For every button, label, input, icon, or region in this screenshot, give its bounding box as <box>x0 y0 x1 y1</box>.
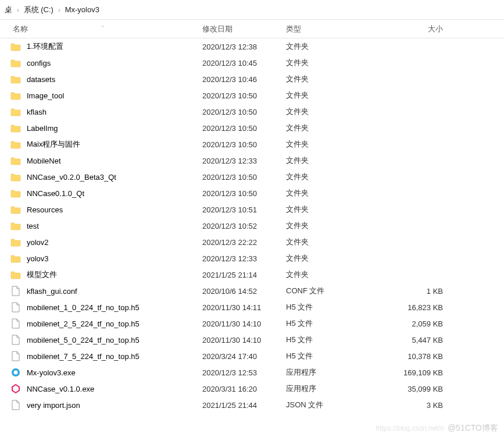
file-date: 2021/1/25 21:14 <box>202 271 286 279</box>
file-name: configs <box>27 59 202 68</box>
file-row[interactable]: NNCase_v0.1.0.exe2020/3/31 16:20应用程序35,0… <box>0 381 504 397</box>
folder-icon <box>10 139 21 150</box>
file-size: 35,099 KB <box>373 385 466 393</box>
file-type: 文件夹 <box>286 204 373 215</box>
folder-icon <box>10 188 21 198</box>
file-type: 文件夹 <box>286 221 373 231</box>
file-type: 应用程序 <box>286 383 373 394</box>
folder-icon <box>10 237 21 247</box>
file-type: 文件夹 <box>286 90 373 101</box>
file-type: H5 文件 <box>286 351 373 361</box>
file-type: 文件夹 <box>286 74 373 84</box>
file-date: 2020/11/30 14:10 <box>202 336 286 344</box>
file-type: CONF 文件 <box>286 286 373 296</box>
folder-icon <box>10 106 21 117</box>
file-row[interactable]: NNCase_v0.2.0_Beta3_Qt2020/12/3 10:50文件夹 <box>0 169 504 185</box>
file-row[interactable]: yolov22020/12/3 22:22文件夹 <box>0 234 504 250</box>
folder-icon <box>10 269 21 280</box>
file-name: mobilenet_2_5_224_tf_no_top.h5 <box>27 319 202 328</box>
file-row[interactable]: kflash2020/12/3 10:50文件夹 <box>0 104 504 120</box>
column-header-size[interactable]: 大小 <box>373 24 466 34</box>
file-name: mobilenet_5_0_224_tf_no_top.h5 <box>27 336 202 344</box>
file-row[interactable]: 模型文件2021/1/25 21:14文件夹 <box>0 267 504 283</box>
file-row[interactable]: MobileNet2020/12/3 12:33文件夹 <box>0 152 504 169</box>
file-row[interactable]: datasets2020/12/3 10:46文件夹 <box>0 71 504 87</box>
file-type: 文件夹 <box>286 123 373 133</box>
application-icon <box>10 367 21 378</box>
file-date: 2020/12/3 10:50 <box>202 173 286 182</box>
chevron-right-icon: › <box>17 6 19 13</box>
file-name: NNCase_v0.2.0_Beta3_Qt <box>27 173 202 182</box>
file-date: 2020/12/3 10:50 <box>202 140 286 149</box>
file-date: 2020/12/3 12:33 <box>202 157 286 165</box>
file-row[interactable]: kflash_gui.conf2020/10/6 14:52CONF 文件1 K… <box>0 283 504 299</box>
breadcrumb-seg-0[interactable]: 桌 <box>5 5 12 15</box>
file-date: 2020/3/31 16:20 <box>202 385 286 393</box>
file-row[interactable]: LabelImg2020/12/3 10:50文件夹 <box>0 120 504 136</box>
file-type: 文件夹 <box>286 172 373 182</box>
file-date: 2020/10/6 14:52 <box>202 287 286 296</box>
file-row[interactable]: mobilenet_7_5_224_tf_no_top.h52020/3/24 … <box>0 348 504 364</box>
file-size: 1 KB <box>373 287 466 296</box>
file-type: 文件夹 <box>286 106 373 117</box>
file-date: 2021/1/25 21:44 <box>202 401 286 410</box>
file-row[interactable]: Resources2020/12/3 10:51文件夹 <box>0 201 504 218</box>
breadcrumb[interactable]: 桌 › 系统 (C:) › Mx-yolov3 <box>0 0 504 20</box>
file-list: 1.环境配置2020/12/3 12:38文件夹configs2020/12/3… <box>0 38 504 413</box>
watermark-csdn: https://blog.csdn.net/n <box>376 424 444 432</box>
folder-icon <box>10 155 21 166</box>
file-name: kflash <box>27 108 202 116</box>
file-name: LabelImg <box>27 124 202 133</box>
column-header-type[interactable]: 类型 <box>286 24 373 34</box>
file-name: kflash_gui.conf <box>27 287 202 296</box>
file-row[interactable]: Maix程序与固件2020/12/3 10:50文件夹 <box>0 136 504 152</box>
file-name: NNCase_v0.1.0.exe <box>27 385 202 393</box>
folder-icon <box>10 172 21 182</box>
folder-icon <box>10 253 21 264</box>
file-date: 2020/11/30 14:11 <box>202 303 286 312</box>
breadcrumb-seg-1[interactable]: 系统 (C:) <box>24 5 53 15</box>
file-date: 2020/12/3 12:53 <box>202 368 286 377</box>
file-date: 2020/12/3 10:50 <box>202 108 286 116</box>
file-row[interactable]: configs2020/12/3 10:45文件夹 <box>0 55 504 71</box>
file-row[interactable]: mobilenet_5_0_224_tf_no_top.h52020/11/30… <box>0 332 504 348</box>
file-date: 2020/12/3 10:46 <box>202 75 286 84</box>
file-row[interactable]: 1.环境配置2020/12/3 12:38文件夹 <box>0 38 504 55</box>
file-icon <box>10 351 21 361</box>
sort-indicator-icon: ˇ <box>102 26 103 32</box>
file-date: 2020/12/3 12:38 <box>202 42 286 51</box>
file-icon <box>10 302 21 312</box>
file-type: 应用程序 <box>286 367 373 378</box>
file-icon <box>10 286 21 296</box>
file-name: Image_tool <box>27 91 202 100</box>
file-type: H5 文件 <box>286 302 373 312</box>
file-name: mobilenet_7_5_224_tf_no_top.h5 <box>27 352 202 361</box>
file-row[interactable]: test2020/12/3 10:52文件夹 <box>0 218 504 234</box>
file-row[interactable]: Mx-yolov3.exe2020/12/3 12:53应用程序169,109 … <box>0 364 504 381</box>
file-name: datasets <box>27 75 202 84</box>
file-row[interactable]: Image_tool2020/12/3 10:50文件夹 <box>0 87 504 104</box>
file-date: 2020/12/3 12:33 <box>202 254 286 263</box>
file-type: 文件夹 <box>286 41 373 52</box>
chevron-right-icon: › <box>58 6 60 13</box>
file-row[interactable]: mobilenet_2_5_224_tf_no_top.h52020/11/30… <box>0 315 504 332</box>
file-name: test <box>27 222 202 230</box>
file-name: very import.json <box>27 401 202 410</box>
file-name: MobileNet <box>27 157 202 165</box>
breadcrumb-seg-2[interactable]: Mx-yolov3 <box>65 5 99 14</box>
file-row[interactable]: mobilenet_1_0_224_tf_no_top.h52020/11/30… <box>0 299 504 315</box>
file-type: 文件夹 <box>286 58 373 68</box>
column-header-date[interactable]: 修改日期 <box>202 24 286 34</box>
file-date: 2020/12/3 10:50 <box>202 124 286 133</box>
file-date: 2020/12/3 10:52 <box>202 222 286 230</box>
file-name: Maix程序与固件 <box>27 139 202 150</box>
file-date: 2020/12/3 10:51 <box>202 205 286 214</box>
application-icon <box>10 383 21 394</box>
column-header-name[interactable]: 名称 ˇ <box>0 24 202 34</box>
file-date: 2020/3/24 17:40 <box>202 352 286 361</box>
file-row[interactable]: yolov32020/12/3 12:33文件夹 <box>0 250 504 267</box>
file-name: yolov3 <box>27 254 202 263</box>
file-type: 文件夹 <box>286 269 373 280</box>
file-row[interactable]: NNCase0.1.0_Qt2020/12/3 10:50文件夹 <box>0 185 504 201</box>
file-row[interactable]: very import.json2021/1/25 21:44JSON 文件3 … <box>0 397 504 413</box>
